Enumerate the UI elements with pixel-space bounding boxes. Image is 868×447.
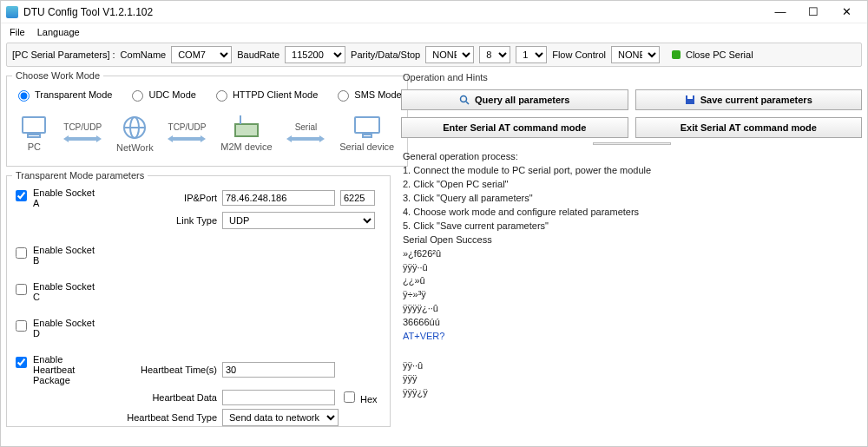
flow-label: Flow Control xyxy=(552,49,606,60)
save-icon xyxy=(685,95,695,105)
enter-at-button[interactable]: Enter Serial AT command mode xyxy=(401,117,628,138)
menu-language[interactable]: Language xyxy=(37,27,80,37)
maximize-button[interactable]: ☐ xyxy=(803,4,824,20)
mode-udc-radio[interactable] xyxy=(132,90,143,102)
serial-status-icon xyxy=(672,50,681,59)
gp-step: 2. Click "Open PC serial" xyxy=(403,178,860,192)
svg-point-12 xyxy=(461,96,467,102)
at-command: AT+VER? xyxy=(403,330,860,344)
app-icon xyxy=(6,6,18,18)
stopbits-select[interactable]: 1 xyxy=(516,46,547,63)
arrow-icon xyxy=(63,133,102,145)
device-icon xyxy=(232,115,261,140)
svg-rect-7 xyxy=(235,124,258,136)
gp-head: General operation process: xyxy=(403,150,860,164)
log-line: ¿¿»û xyxy=(403,274,860,288)
serial-toolbar: [PC Serial Parameters] : ComName COM7 Ba… xyxy=(6,43,862,67)
mode-sms-radio[interactable] xyxy=(338,90,349,102)
menu-file[interactable]: File xyxy=(10,27,25,37)
enable-socket-d[interactable]: Enable Socket D xyxy=(12,318,99,339)
svg-marker-2 xyxy=(63,135,102,142)
query-all-button[interactable]: Query all parameters xyxy=(401,89,628,110)
save-params-button[interactable]: Save current parameters xyxy=(635,89,863,110)
workmode-legend: Choose Work Mode xyxy=(12,70,103,81)
comname-label: ComName xyxy=(121,49,167,60)
log-line: ÿÿÿ··û xyxy=(403,261,860,275)
log-line: 36666úú xyxy=(403,316,860,330)
arrow-icon xyxy=(168,133,206,145)
gp-step: 1. Connect the module to PC serial port,… xyxy=(403,164,860,178)
log-line: ÿ÷»³ÿ xyxy=(403,288,860,302)
minimize-button[interactable]: ― xyxy=(770,4,791,20)
log-line: Serial Open Success xyxy=(403,233,860,247)
hb-time-input[interactable] xyxy=(222,362,335,378)
linktype-label: Link Type xyxy=(104,215,217,226)
params-group: Transparent Mode parameters Enable Socke… xyxy=(6,170,391,427)
ip-input[interactable] xyxy=(222,190,335,206)
pc-serial-label: [PC Serial Parameters] : xyxy=(12,49,115,60)
databits-select[interactable]: 8 xyxy=(479,46,510,63)
gp-step: 3. Click "Query all parameters" xyxy=(403,192,860,206)
enable-heartbeat[interactable]: Enable Heartbeat Package xyxy=(12,354,99,385)
svg-marker-9 xyxy=(286,135,325,142)
pc-icon xyxy=(19,115,49,140)
close-button[interactable]: ✕ xyxy=(836,4,857,20)
window-title: DTU Config Tool V1.2.1.102 xyxy=(23,6,770,18)
mode-udc[interactable]: UDC Mode xyxy=(128,88,195,102)
close-serial-button[interactable]: Close PC Serial xyxy=(686,49,753,60)
mode-httpd-radio[interactable] xyxy=(216,90,227,102)
pds-label: Parity/Data/Stop xyxy=(351,49,420,60)
baud-label: BaudRate xyxy=(237,49,279,60)
svg-marker-6 xyxy=(168,135,206,142)
svg-rect-10 xyxy=(355,117,379,133)
hb-send-select[interactable]: Send data to network xyxy=(222,409,339,426)
baud-select[interactable]: 115200 xyxy=(285,46,345,63)
mode-sms[interactable]: SMS Mode xyxy=(333,88,401,102)
linktype-select[interactable]: UDP xyxy=(222,212,375,229)
hb-data-label: Heartbeat Data xyxy=(104,392,217,403)
flow-select[interactable]: NONE xyxy=(611,46,660,63)
log-panel: General operation process: 1. Connect th… xyxy=(401,148,862,441)
log-line: »¿f626²û xyxy=(403,247,860,261)
hb-data-input[interactable] xyxy=(222,390,335,405)
exit-at-button[interactable]: Exit Serial AT command mode xyxy=(635,117,863,138)
svg-rect-11 xyxy=(363,135,372,137)
mode-diagram: PC TCP/UDP NetWork TCP/UDP M2M device Se… xyxy=(12,107,402,161)
gp-step: 5. Click "Save current parameters" xyxy=(403,220,860,233)
parity-select[interactable]: NONE xyxy=(425,46,474,63)
svg-rect-1 xyxy=(28,135,40,137)
search-icon xyxy=(459,95,470,105)
workmode-group: Choose Work Mode Transparent Mode UDC Mo… xyxy=(6,70,408,167)
comname-select[interactable]: COM7 xyxy=(171,46,232,63)
svg-line-13 xyxy=(466,102,469,104)
gp-step: 4. Choose work mode and configure relate… xyxy=(403,206,860,220)
splitter-handle[interactable] xyxy=(401,141,862,145)
log-line: ÿÿÿÿ¿··û xyxy=(403,302,860,316)
enable-socket-a[interactable]: Enable Socket A xyxy=(12,187,99,208)
monitor-icon xyxy=(352,115,382,140)
mode-transparent-radio[interactable] xyxy=(18,90,30,102)
hex-checkbox[interactable]: Hex xyxy=(340,389,378,405)
log-line: ÿÿÿ xyxy=(403,372,860,386)
mode-httpd[interactable]: HTTPD Client Mode xyxy=(212,88,318,102)
port-input[interactable] xyxy=(340,190,375,206)
globe-icon xyxy=(121,115,148,141)
mode-transparent[interactable]: Transparent Mode xyxy=(14,88,112,102)
enable-socket-b[interactable]: Enable Socket B xyxy=(12,245,99,266)
log-line: ÿÿ··û xyxy=(403,359,860,373)
ops-legend: Operation and Hints xyxy=(401,69,862,86)
enable-socket-c[interactable]: Enable Socket C xyxy=(12,281,99,302)
params-legend: Transparent Mode parameters xyxy=(12,170,148,181)
hb-send-label: Heartbeat Send Type xyxy=(104,412,217,423)
log-line: ÿÿÿ¿ÿ xyxy=(403,386,860,400)
svg-rect-0 xyxy=(23,117,45,133)
hb-time-label: Heartbeat Time(s) xyxy=(104,365,217,375)
ipport-label: IP&Port xyxy=(104,193,217,203)
arrow-icon xyxy=(286,133,325,145)
svg-rect-15 xyxy=(687,95,693,99)
